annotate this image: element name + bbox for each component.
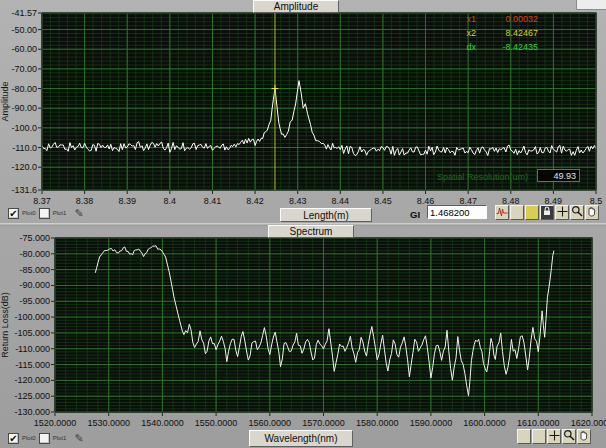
y-tick-label: -50.00 [11, 25, 37, 35]
plot-legend-amplitude: ✔Plot0Plot1✎ [8, 206, 84, 220]
plot1-label: Plot1 [53, 210, 67, 216]
x-tick-label: 8.45 [374, 196, 392, 206]
autoscale-y-tool-button[interactable] [532, 429, 546, 444]
cursor-legend-row: x28.42467 [438, 26, 542, 40]
hand-icon [586, 205, 598, 220]
waveform-tool-button[interactable] [495, 205, 509, 220]
magnifier-tool-button[interactable] [570, 205, 584, 220]
graph-palette-amplitude [495, 205, 599, 220]
cursor-name: x1 [438, 14, 476, 24]
magnifier-icon [563, 429, 575, 444]
waveform-icon [496, 205, 508, 220]
y-tick-label: -120.000 [14, 375, 50, 385]
y-tick-label: -90.00 [11, 103, 37, 113]
plot0-label: Plot0 [22, 435, 36, 441]
x-tick-label: 1590.0000 [410, 418, 453, 428]
brush-tool-button[interactable] [525, 205, 539, 220]
x-axis-label-length: Length(m) [280, 208, 372, 222]
plot0-visibility-checkbox[interactable]: ✔ [8, 433, 19, 444]
cursor-legend: x10.00032x28.42467dx-8.42435 [438, 12, 542, 54]
y-tick-label: -41.57 [11, 8, 37, 18]
y-tick-label: -90.000 [19, 280, 50, 290]
y-tick-label: -130.000 [14, 407, 50, 417]
spectrum-chart-title: Spectrum [268, 225, 354, 238]
magnifier-tool-button[interactable] [562, 429, 576, 444]
y-tick-label: -100.0 [11, 123, 37, 133]
x-tick-label: 1580.0000 [356, 418, 399, 428]
cursor-value: 8.42467 [476, 28, 538, 38]
corner-box [576, 0, 606, 10]
crosshair-icon [549, 429, 560, 444]
y-axis-title: Return Loss(dB) [0, 292, 10, 358]
x-tick-label: 8.44 [332, 196, 350, 206]
group-index-label: GI [410, 209, 420, 220]
ofdr-analyzer-window: 8.378.388.398.48.418.428.438.448.458.468… [0, 0, 606, 448]
crosshair-tool-button[interactable] [555, 205, 569, 220]
plot1-visibility-checkbox[interactable] [39, 433, 50, 444]
x-tick-label: 1530.0000 [87, 418, 130, 428]
plot-legend-spectrum: ✔Plot0Plot1✎ [8, 431, 84, 445]
x-tick-label: 1550.0000 [195, 418, 238, 428]
y-tick-label: -95.000 [19, 296, 50, 306]
plot0-visibility-checkbox[interactable]: ✔ [8, 208, 19, 219]
x-tick-label: 1620.0000 [571, 418, 606, 428]
hand-tool-button[interactable] [585, 205, 599, 220]
y-tick-label: -80.000 [19, 249, 50, 259]
x-tick-label: 1610.0000 [517, 418, 560, 428]
crosshair-icon [557, 205, 568, 220]
plot0-label: Plot0 [22, 210, 36, 216]
y-tick-label: -120.0 [11, 162, 37, 172]
y-tick-label: -75.000 [19, 233, 50, 243]
x-tick-label: 8.4 [164, 196, 177, 206]
lock-tool-button[interactable] [540, 205, 554, 220]
lock-icon [541, 205, 553, 220]
graph-palette-spectrum [517, 429, 591, 444]
magnifier-icon [571, 205, 583, 220]
cursor-legend-row: dx-8.42435 [438, 40, 542, 54]
x-tick-label: 1560.0000 [249, 418, 292, 428]
cursor-value: -8.42435 [476, 42, 538, 52]
x-tick-label: 8.37 [33, 196, 51, 206]
spatial-resolution-label: Spatial Resolution(um) [437, 172, 528, 182]
cursor-name: dx [438, 42, 476, 52]
plot1-label: Plot1 [53, 435, 67, 441]
y-tick-label: -85.000 [19, 265, 50, 275]
amplitude-chart-title: Amplitude [253, 0, 339, 13]
x-axis-label-wavelength: Wavelength(nm) [249, 430, 353, 447]
y-tick-label: -70.00 [11, 64, 37, 74]
x-tick-label: 1540.0000 [141, 418, 184, 428]
x-tick-label: 1570.0000 [302, 418, 345, 428]
y-tick-label: -110.0 [12, 143, 37, 153]
group-index-input[interactable] [427, 205, 487, 219]
x-tick-label: 8.38 [76, 196, 94, 206]
x-tick-label: 1520.0000 [34, 418, 77, 428]
pen-icon[interactable]: ✎ [74, 433, 83, 444]
y-tick-label: -131.6 [11, 185, 37, 195]
y-tick-label: -60.00 [11, 44, 37, 54]
spatial-resolution-value: 49.93 [537, 169, 580, 182]
x-tick-label: 8.39 [118, 196, 136, 206]
hand-icon [578, 429, 590, 444]
cursor-legend-row: x10.00032 [438, 12, 542, 26]
y-axis-title: Amplitude [0, 81, 10, 121]
cursor-value: 0.00032 [476, 14, 538, 24]
cursor-name: x2 [438, 28, 476, 38]
plot1-visibility-checkbox[interactable] [39, 208, 50, 219]
x-tick-label: 8.42 [246, 196, 264, 206]
y-tick-label: -125.000 [14, 391, 50, 401]
pen-icon[interactable]: ✎ [74, 208, 83, 219]
x-tick-label: 1600.0000 [463, 418, 506, 428]
y-tick-label: -105.000 [14, 328, 50, 338]
autoscale-x-tool-button[interactable] [510, 205, 524, 220]
y-tick-label: -100.000 [14, 312, 50, 322]
x-tick-label: 8.43 [289, 196, 307, 206]
crosshair-tool-button[interactable] [547, 429, 561, 444]
y-tick-label: -80.00 [11, 84, 37, 94]
autoscale-x-tool-button[interactable] [517, 429, 531, 444]
x-tick-label: 8.41 [204, 196, 222, 206]
y-tick-label: -110.000 [15, 344, 50, 354]
y-tick-label: -115.000 [15, 360, 50, 370]
hand-tool-button[interactable] [577, 429, 591, 444]
